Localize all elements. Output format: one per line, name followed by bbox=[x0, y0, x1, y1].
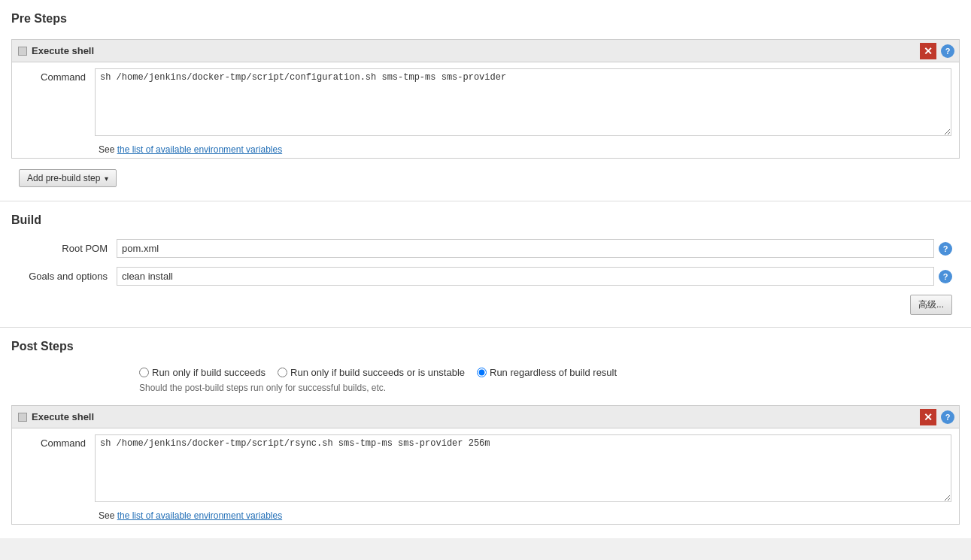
post-steps-env-link-row: See the list of available environment va… bbox=[12, 507, 959, 524]
goals-help-icon[interactable]: ? bbox=[939, 270, 952, 283]
goals-input[interactable] bbox=[117, 267, 934, 286]
pre-steps-env-link-row: See the list of available environment va… bbox=[12, 141, 959, 158]
radio-label-2-text: Run only if build succeeds or is unstabl… bbox=[290, 367, 465, 378]
radio-build-succeeds[interactable] bbox=[139, 368, 149, 377]
pre-steps-command-textarea[interactable]: <span data-bind="preSteps.executeShell.c… bbox=[95, 68, 951, 136]
post-steps-command-content bbox=[95, 434, 951, 504]
advanced-button[interactable]: 高级... bbox=[910, 295, 952, 315]
post-steps-shell-help-icon[interactable]: ? bbox=[941, 410, 954, 424]
post-steps-shell-title: Execute shell bbox=[32, 411, 94, 422]
pre-steps-title: Pre Steps bbox=[11, 6, 960, 33]
pre-steps-shell-help-icon[interactable]: ? bbox=[941, 44, 954, 58]
post-steps-close-button[interactable]: ✕ bbox=[920, 409, 936, 425]
pre-steps-command-label: Command bbox=[20, 68, 95, 83]
advanced-btn-row: 高级... bbox=[11, 290, 960, 319]
root-pom-input-group: ? bbox=[117, 239, 952, 258]
post-steps-grip-icon bbox=[18, 413, 27, 422]
radio-build-succeeds-unstable[interactable] bbox=[278, 368, 287, 377]
root-pom-help-icon[interactable]: ? bbox=[939, 242, 952, 256]
pre-steps-env-link-prefix: See bbox=[99, 144, 117, 155]
radio-label-2[interactable]: Run only if build succeeds or is unstabl… bbox=[278, 367, 465, 378]
radio-label-3-text: Run regardless of build result bbox=[490, 367, 617, 378]
add-pre-build-step-label: Add pre-build step bbox=[27, 173, 100, 183]
post-steps-shell-header: Execute shell ✕ ? bbox=[12, 406, 959, 428]
goals-input-group: ? bbox=[117, 267, 952, 286]
post-steps-section: Post Steps Run only if build succeeds Ru… bbox=[0, 328, 971, 538]
radio-label-1[interactable]: Run only if build succeeds bbox=[139, 367, 266, 378]
radio-run-regardless[interactable] bbox=[477, 368, 487, 377]
goals-row: Goals and options ? bbox=[11, 262, 960, 290]
pre-steps-execute-shell-block: Execute shell ✕ ? Command <span data-bin… bbox=[11, 39, 960, 159]
post-steps-env-link-prefix: See bbox=[99, 510, 117, 521]
pre-steps-env-link[interactable]: the list of available environment variab… bbox=[117, 144, 282, 155]
pre-steps-command-row: Command <span data-bind="preSteps.execut… bbox=[12, 62, 959, 141]
post-steps-command-label: Command bbox=[20, 434, 95, 449]
root-pom-row: Root POM ? bbox=[11, 235, 960, 262]
radio-label-1-text: Run only if build succeeds bbox=[152, 367, 266, 378]
grip-icon bbox=[18, 47, 27, 56]
post-steps-execute-shell-block: Execute shell ✕ ? Command See the list o… bbox=[11, 405, 960, 525]
pre-steps-shell-header: Execute shell ✕ ? bbox=[12, 40, 959, 62]
add-pre-build-step-button[interactable]: Add pre-build step ▾ bbox=[19, 169, 117, 187]
pre-steps-shell-title: Execute shell bbox=[32, 45, 94, 56]
root-pom-label: Root POM bbox=[19, 243, 117, 254]
pre-steps-close-button[interactable]: ✕ bbox=[920, 43, 936, 59]
pre-steps-command-content: <span data-bind="preSteps.executeShell.c… bbox=[95, 68, 951, 138]
post-steps-radio-row: Run only if build succeeds Run only if b… bbox=[11, 361, 960, 381]
post-steps-command-textarea[interactable] bbox=[95, 434, 951, 502]
build-title: Build bbox=[11, 207, 960, 235]
post-steps-command-row: Command bbox=[12, 428, 959, 507]
add-pre-build-dropdown-arrow: ▾ bbox=[105, 174, 108, 183]
post-steps-env-link[interactable]: the list of available environment variab… bbox=[117, 510, 282, 521]
root-pom-input[interactable] bbox=[117, 239, 934, 258]
post-steps-title: Post Steps bbox=[11, 334, 960, 361]
goals-label: Goals and options bbox=[19, 271, 117, 282]
post-steps-help-text: Should the post-build steps run only for… bbox=[11, 381, 960, 399]
radio-label-3[interactable]: Run regardless of build result bbox=[477, 367, 617, 378]
pre-steps-section: Pre Steps Execute shell ✕ ? Command <spa… bbox=[0, 0, 971, 201]
build-section: Build Root POM ? Goals and options ? 高级.… bbox=[0, 201, 971, 328]
